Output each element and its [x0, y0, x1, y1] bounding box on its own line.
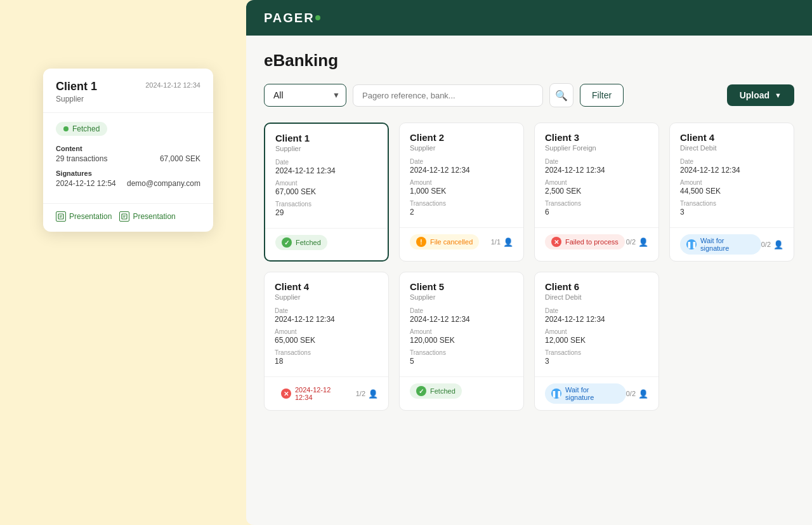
- card-footer: ✕ Failed to process 0/2 👤: [535, 227, 658, 256]
- card-body: Client 4 Supplier Date 2024-12-12 12:34 …: [265, 272, 388, 376]
- card-amount-label: Amount: [410, 328, 513, 335]
- svg-rect-0: [58, 214, 63, 219]
- search-input[interactable]: [353, 84, 543, 107]
- client-card[interactable]: Client 1 Supplier Date 2024-12-12 12:34 …: [264, 123, 389, 262]
- card-footer: ✕ 2024-12-12 12:34 1/2 👤: [265, 376, 388, 410]
- card-transactions-value: 5: [410, 357, 513, 366]
- content-area: eBanking All Supplier Direct Debit ▼ 🔍 F…: [246, 36, 812, 426]
- card-client-name: Client 1: [275, 133, 377, 143]
- person-icon: 👤: [773, 240, 783, 249]
- card-amount-value: 67,000 SEK: [275, 187, 377, 196]
- floating-card-header: Client 1 Supplier 2024-12-12 12:34: [43, 69, 213, 113]
- client-card[interactable]: Client 2 Supplier Date 2024-12-12 12:34 …: [399, 123, 524, 262]
- fc-signatures-row: Signatures 2024-12-12 12:54 demo@company…: [56, 169, 200, 188]
- fc-signatures-email: demo@company.com: [127, 179, 200, 188]
- card-client-type: Direct Debit: [545, 293, 648, 301]
- status-icon: ✓: [416, 386, 426, 396]
- card-transactions-value: 6: [545, 208, 648, 216]
- badge-counter: 0/2 👤: [761, 240, 783, 249]
- status-text: Fetched: [296, 239, 321, 246]
- card-date-label: Date: [545, 158, 648, 165]
- card-date-value: 2024-12-12 12:34: [545, 166, 648, 175]
- page-title: eBanking: [264, 51, 794, 70]
- card-transactions-label: Transactions: [680, 200, 783, 207]
- presentation-file-icon-2: [119, 211, 129, 222]
- client-card[interactable]: Client 4 Direct Debit Date 2024-12-12 12…: [669, 123, 794, 262]
- card-footer: ✓ Fetched: [265, 228, 388, 256]
- badge-counter: 1/2 👤: [356, 389, 378, 399]
- card-client-name: Client 4: [275, 281, 378, 292]
- card-transactions-value: 29: [275, 208, 377, 217]
- client-card[interactable]: Client 4 Supplier Date 2024-12-12 12:34 …: [264, 272, 389, 411]
- status-icon: ❚❚: [551, 389, 561, 399]
- fc-client-title: Client 1: [56, 80, 97, 93]
- filter-select[interactable]: All Supplier Direct Debit: [264, 84, 346, 107]
- fc-signatures-label: Signatures: [56, 169, 200, 177]
- upload-button[interactable]: Upload ▼: [727, 84, 794, 106]
- card-transactions-value: 2: [410, 208, 513, 216]
- status-text: File cancelled: [430, 238, 473, 246]
- fc-presentation-btn-1[interactable]: Presentation: [56, 211, 112, 222]
- badge-counter: 0/2 👤: [626, 389, 648, 399]
- person-icon: 👤: [638, 237, 648, 247]
- upload-label: Upload: [740, 90, 769, 100]
- card-footer: ❚❚ Wait for signature 0/2 👤: [535, 376, 658, 410]
- card-client-name: Client 3: [545, 132, 648, 143]
- card-client-type: Supplier: [410, 144, 513, 152]
- floating-card-footer: Presentation Presentation: [43, 203, 213, 232]
- card-amount-label: Amount: [545, 179, 648, 186]
- fc-presentation-btn-2[interactable]: Presentation: [119, 211, 175, 222]
- card-amount-label: Amount: [680, 179, 783, 186]
- status-text: Wait for signature: [700, 237, 755, 252]
- search-icon: 🔍: [555, 90, 568, 102]
- presentation-file-icon-1: [56, 211, 66, 222]
- status-badge: ✓ Fetched: [410, 383, 462, 399]
- card-date-value: 2024-12-12 12:34: [410, 166, 513, 175]
- fc-status-dot: [63, 126, 69, 131]
- fc-signatures-date: 2024-12-12 12:54: [56, 179, 116, 188]
- card-date-label: Date: [545, 307, 648, 314]
- fc-content-row: Content 29 transactions 67,000 SEK: [56, 145, 200, 163]
- filter-button[interactable]: Filter: [580, 84, 624, 107]
- status-icon: ✕: [551, 237, 561, 247]
- fc-status-badge: Fetched: [56, 122, 107, 136]
- card-transactions-label: Transactions: [275, 201, 377, 208]
- card-client-name: Client 2: [410, 132, 513, 143]
- status-badge: ✕ Failed to process: [545, 234, 625, 249]
- fc-content-label: Content: [56, 145, 200, 152]
- status-text: 2024-12-12 12:34: [295, 386, 350, 401]
- card-client-name: Client 5: [410, 281, 513, 292]
- card-footer: ✓ Fetched: [400, 376, 523, 405]
- fc-datetime: 2024-12-12 12:34: [145, 81, 200, 89]
- card-date-label: Date: [680, 158, 783, 165]
- badge-counter: 0/2 👤: [626, 237, 648, 247]
- fc-transactions-amount: 67,000 SEK: [160, 154, 200, 163]
- client-card[interactable]: Client 3 Supplier Foreign Date 2024-12-1…: [534, 123, 659, 262]
- pagero-logo: PAGER: [264, 11, 320, 25]
- card-client-name: Client 4: [680, 132, 783, 143]
- card-body: Client 6 Direct Debit Date 2024-12-12 12…: [535, 272, 658, 376]
- card-body: Client 4 Direct Debit Date 2024-12-12 12…: [670, 123, 794, 227]
- fc-presentation-label-1: Presentation: [69, 212, 112, 221]
- person-icon: 👤: [368, 389, 378, 399]
- status-icon: !: [416, 237, 426, 247]
- floating-detail-card: Client 1 Supplier 2024-12-12 12:34 Fetch…: [43, 69, 213, 232]
- card-body: Client 2 Supplier Date 2024-12-12 12:34 …: [400, 123, 523, 227]
- main-panel: PAGER eBanking All Supplier Direct Debit…: [246, 0, 812, 525]
- card-amount-value: 12,000 SEK: [545, 336, 648, 345]
- card-date-value: 2024-12-12 12:34: [680, 166, 783, 175]
- card-footer: ! File cancelled 1/1 👤: [400, 227, 523, 256]
- card-date-value: 2024-12-12 12:34: [545, 315, 648, 324]
- fc-client-subtitle: Supplier: [56, 95, 97, 103]
- card-client-type: Supplier: [275, 293, 378, 301]
- card-amount-value: 120,000 SEK: [410, 336, 513, 345]
- status-badge: ✓ Fetched: [275, 235, 327, 250]
- badge-counter: 1/1 👤: [491, 237, 513, 247]
- cards-grid: Client 1 Supplier Date 2024-12-12 12:34 …: [264, 123, 794, 411]
- search-button[interactable]: 🔍: [549, 83, 573, 107]
- card-transactions-label: Transactions: [275, 349, 378, 356]
- svg-rect-3: [122, 214, 127, 219]
- status-icon: ✕: [281, 389, 291, 399]
- client-card[interactable]: Client 6 Direct Debit Date 2024-12-12 12…: [534, 272, 659, 411]
- client-card[interactable]: Client 5 Supplier Date 2024-12-12 12:34 …: [399, 272, 524, 411]
